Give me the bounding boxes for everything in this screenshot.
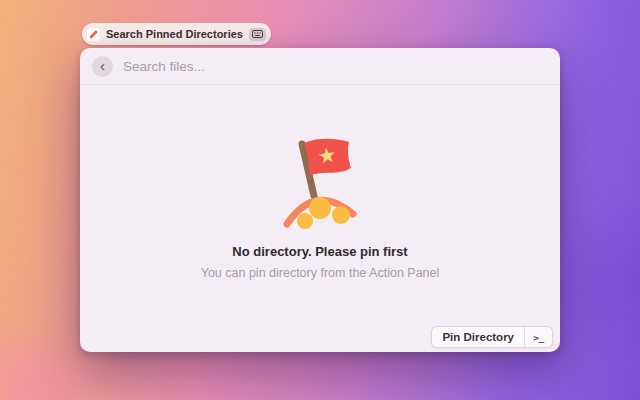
empty-state-title: No directory. Please pin first <box>232 244 407 259</box>
app-window: ‹ No directory. Please pin first You ca <box>80 48 560 352</box>
dot-small-left <box>297 213 313 229</box>
dot-small-right <box>332 206 350 224</box>
chevron-left-icon: ‹ <box>100 56 105 75</box>
keyboard-icon <box>252 30 263 38</box>
extension-name: Search Pinned Directories <box>106 28 243 40</box>
empty-state-subtitle: You can pin directory from the Action Pa… <box>201 266 440 280</box>
extension-pill[interactable]: Search Pinned Directories <box>82 23 271 45</box>
hotkey-badge <box>249 28 266 41</box>
empty-state: No directory. Please pin first You can p… <box>80 85 560 352</box>
pin-directory-button[interactable]: Pin Directory <box>432 327 524 347</box>
shortcut-key-button[interactable]: >_ <box>525 327 552 347</box>
search-bar: ‹ <box>80 48 560 85</box>
search-input[interactable] <box>123 59 548 74</box>
action-buttons: Pin Directory >_ <box>431 326 553 348</box>
flag-on-hill-illustration <box>260 138 380 238</box>
dot-large <box>309 197 331 219</box>
pin-app-icon <box>87 28 100 41</box>
back-button[interactable]: ‹ <box>92 56 113 77</box>
desktop-background: Search Pinned Directories ‹ <box>0 0 640 400</box>
